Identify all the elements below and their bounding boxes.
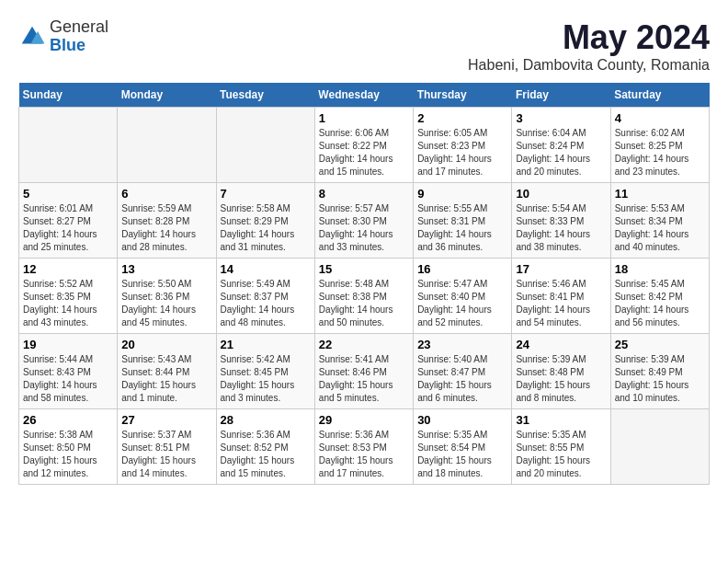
day-number: 23	[417, 338, 507, 351]
day-info: Sunrise: 5:59 AM Sunset: 8:28 PM Dayligh…	[121, 202, 211, 254]
calendar-body: 1Sunrise: 6:06 AM Sunset: 8:22 PM Daylig…	[19, 108, 710, 485]
calendar-cell: 6Sunrise: 5:59 AM Sunset: 8:28 PM Daylig…	[118, 183, 216, 259]
calendar-cell: 23Sunrise: 5:40 AM Sunset: 8:47 PM Dayli…	[414, 334, 512, 409]
calendar-cell: 11Sunrise: 5:53 AM Sunset: 8:34 PM Dayli…	[610, 183, 709, 259]
day-number: 5	[23, 187, 113, 201]
day-number: 14	[221, 262, 311, 276]
location-subtitle: Habeni, Dambovita County, Romania	[468, 57, 710, 74]
day-info: Sunrise: 5:37 AM Sunset: 8:51 PM Dayligh…	[121, 429, 211, 480]
week-row-3: 12Sunrise: 5:52 AM Sunset: 8:35 PM Dayli…	[19, 259, 710, 334]
calendar-cell: 2Sunrise: 6:05 AM Sunset: 8:23 PM Daylig…	[414, 108, 512, 183]
day-info: Sunrise: 5:54 AM Sunset: 8:33 PM Dayligh…	[516, 202, 606, 254]
header-day-monday: Monday	[118, 83, 216, 108]
day-number: 24	[516, 338, 606, 351]
day-number: 1	[319, 111, 409, 125]
logo: General Blue	[18, 18, 108, 55]
day-info: Sunrise: 5:35 AM Sunset: 8:54 PM Dayligh…	[417, 429, 507, 480]
day-number: 25	[615, 338, 705, 351]
day-number: 19	[23, 338, 113, 351]
day-info: Sunrise: 5:58 AM Sunset: 8:29 PM Dayligh…	[221, 202, 311, 254]
calendar-cell: 17Sunrise: 5:46 AM Sunset: 8:41 PM Dayli…	[512, 259, 610, 334]
day-number: 27	[121, 413, 211, 427]
calendar-cell	[19, 108, 118, 183]
day-number: 31	[516, 413, 606, 427]
day-info: Sunrise: 5:44 AM Sunset: 8:43 PM Dayligh…	[23, 353, 113, 405]
day-info: Sunrise: 5:42 AM Sunset: 8:45 PM Dayligh…	[221, 353, 311, 405]
header-day-wednesday: Wednesday	[314, 83, 413, 108]
day-number: 4	[615, 111, 705, 125]
day-number: 10	[516, 187, 606, 201]
header-day-thursday: Thursday	[414, 83, 512, 108]
day-number: 22	[319, 338, 409, 351]
title-area: May 2024 Habeni, Dambovita County, Roman…	[468, 18, 710, 74]
calendar-cell: 7Sunrise: 5:58 AM Sunset: 8:29 PM Daylig…	[216, 183, 314, 259]
day-number: 28	[221, 413, 311, 427]
header-day-tuesday: Tuesday	[216, 83, 314, 108]
calendar-cell: 12Sunrise: 5:52 AM Sunset: 8:35 PM Dayli…	[19, 259, 118, 334]
day-number: 9	[417, 187, 507, 201]
calendar-cell	[610, 409, 709, 485]
day-info: Sunrise: 5:55 AM Sunset: 8:31 PM Dayligh…	[417, 202, 507, 254]
logo-text: General Blue	[50, 18, 108, 55]
day-info: Sunrise: 5:36 AM Sunset: 8:52 PM Dayligh…	[221, 429, 311, 480]
calendar-cell: 24Sunrise: 5:39 AM Sunset: 8:48 PM Dayli…	[512, 334, 610, 409]
day-info: Sunrise: 5:52 AM Sunset: 8:35 PM Dayligh…	[23, 278, 113, 329]
day-number: 8	[319, 187, 409, 201]
day-info: Sunrise: 6:01 AM Sunset: 8:27 PM Dayligh…	[23, 202, 113, 254]
calendar-cell: 18Sunrise: 5:45 AM Sunset: 8:42 PM Dayli…	[610, 259, 709, 334]
day-info: Sunrise: 5:40 AM Sunset: 8:47 PM Dayligh…	[417, 353, 507, 405]
calendar-cell: 21Sunrise: 5:42 AM Sunset: 8:45 PM Dayli…	[216, 334, 314, 409]
day-info: Sunrise: 5:50 AM Sunset: 8:36 PM Dayligh…	[121, 278, 211, 329]
day-info: Sunrise: 5:47 AM Sunset: 8:40 PM Dayligh…	[417, 278, 507, 329]
day-number: 17	[516, 262, 606, 276]
calendar-cell	[118, 108, 216, 183]
calendar-cell: 4Sunrise: 6:02 AM Sunset: 8:25 PM Daylig…	[610, 108, 709, 183]
logo-blue-text: Blue	[50, 37, 108, 55]
calendar-cell: 22Sunrise: 5:41 AM Sunset: 8:46 PM Dayli…	[314, 334, 413, 409]
day-number: 13	[121, 262, 211, 276]
day-info: Sunrise: 5:48 AM Sunset: 8:38 PM Dayligh…	[319, 278, 409, 329]
calendar-cell: 29Sunrise: 5:36 AM Sunset: 8:53 PM Dayli…	[314, 409, 413, 485]
week-row-1: 1Sunrise: 6:06 AM Sunset: 8:22 PM Daylig…	[19, 108, 710, 183]
calendar-cell: 30Sunrise: 5:35 AM Sunset: 8:54 PM Dayli…	[414, 409, 512, 485]
day-number: 21	[221, 338, 311, 351]
day-number: 18	[615, 262, 705, 276]
calendar-header: SundayMondayTuesdayWednesdayThursdayFrid…	[19, 83, 710, 108]
calendar-cell: 15Sunrise: 5:48 AM Sunset: 8:38 PM Dayli…	[314, 259, 413, 334]
day-info: Sunrise: 5:45 AM Sunset: 8:42 PM Dayligh…	[615, 278, 705, 329]
day-info: Sunrise: 6:06 AM Sunset: 8:22 PM Dayligh…	[319, 127, 409, 178]
calendar-cell: 14Sunrise: 5:49 AM Sunset: 8:37 PM Dayli…	[216, 259, 314, 334]
calendar-cell: 27Sunrise: 5:37 AM Sunset: 8:51 PM Dayli…	[118, 409, 216, 485]
day-number: 7	[221, 187, 311, 201]
logo-icon	[18, 23, 46, 51]
calendar-cell: 16Sunrise: 5:47 AM Sunset: 8:40 PM Dayli…	[414, 259, 512, 334]
day-number: 30	[417, 413, 507, 427]
calendar-cell: 10Sunrise: 5:54 AM Sunset: 8:33 PM Dayli…	[512, 183, 610, 259]
header-day-saturday: Saturday	[610, 83, 709, 108]
day-info: Sunrise: 6:04 AM Sunset: 8:24 PM Dayligh…	[516, 127, 606, 178]
day-info: Sunrise: 5:35 AM Sunset: 8:55 PM Dayligh…	[516, 429, 606, 480]
calendar-cell	[216, 108, 314, 183]
logo-general-text: General	[50, 18, 108, 37]
calendar-cell: 3Sunrise: 6:04 AM Sunset: 8:24 PM Daylig…	[512, 108, 610, 183]
day-info: Sunrise: 5:49 AM Sunset: 8:37 PM Dayligh…	[221, 278, 311, 329]
day-info: Sunrise: 5:53 AM Sunset: 8:34 PM Dayligh…	[615, 202, 705, 254]
day-info: Sunrise: 5:41 AM Sunset: 8:46 PM Dayligh…	[319, 353, 409, 405]
header-day-sunday: Sunday	[19, 83, 118, 108]
calendar-cell: 20Sunrise: 5:43 AM Sunset: 8:44 PM Dayli…	[118, 334, 216, 409]
calendar-cell: 25Sunrise: 5:39 AM Sunset: 8:49 PM Dayli…	[610, 334, 709, 409]
day-number: 3	[516, 111, 606, 125]
calendar-cell: 8Sunrise: 5:57 AM Sunset: 8:30 PM Daylig…	[314, 183, 413, 259]
day-info: Sunrise: 5:39 AM Sunset: 8:48 PM Dayligh…	[516, 353, 606, 405]
calendar-cell: 13Sunrise: 5:50 AM Sunset: 8:36 PM Dayli…	[118, 259, 216, 334]
calendar-cell: 5Sunrise: 6:01 AM Sunset: 8:27 PM Daylig…	[19, 183, 118, 259]
day-info: Sunrise: 5:39 AM Sunset: 8:49 PM Dayligh…	[615, 353, 705, 405]
day-number: 12	[23, 262, 113, 276]
day-info: Sunrise: 5:38 AM Sunset: 8:50 PM Dayligh…	[23, 429, 113, 480]
day-number: 20	[121, 338, 211, 351]
day-info: Sunrise: 5:43 AM Sunset: 8:44 PM Dayligh…	[121, 353, 211, 405]
day-number: 29	[319, 413, 409, 427]
page-header: General Blue May 2024 Habeni, Dambovita …	[18, 18, 710, 74]
week-row-2: 5Sunrise: 6:01 AM Sunset: 8:27 PM Daylig…	[19, 183, 710, 259]
calendar-cell: 28Sunrise: 5:36 AM Sunset: 8:52 PM Dayli…	[216, 409, 314, 485]
